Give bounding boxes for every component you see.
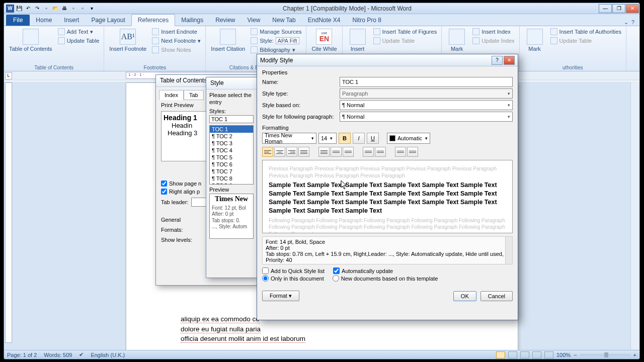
line-spacing-2-button[interactable] xyxy=(343,147,354,157)
align-center-button[interactable] xyxy=(274,147,285,157)
bold-button[interactable]: B xyxy=(339,133,351,144)
view-outline-icon[interactable] xyxy=(532,351,541,358)
list-item[interactable]: ¶ TOC 4 xyxy=(210,147,253,154)
new-documents-radio[interactable]: New documents based on this template xyxy=(333,275,438,282)
view-full-screen-icon[interactable] xyxy=(508,351,517,358)
tab-page-layout[interactable]: Page Layout xyxy=(85,15,131,26)
status-language[interactable]: English (U.K.) xyxy=(91,352,125,358)
list-item[interactable]: ¶ TOC 8 xyxy=(210,175,253,182)
status-words[interactable]: Words: 509 xyxy=(44,352,72,358)
manage-sources-button[interactable]: Manage Sources xyxy=(249,28,303,36)
tab-new-tab[interactable]: New Tab xyxy=(266,15,301,26)
space-before-button[interactable] xyxy=(363,147,374,157)
update-table-button[interactable]: Update Table xyxy=(56,37,101,45)
list-item[interactable]: ¶ TOC 6 xyxy=(210,161,253,168)
qat-icon[interactable]: ▫ xyxy=(69,5,77,13)
minimize-button[interactable]: — xyxy=(599,4,612,13)
tab-home[interactable]: Home xyxy=(30,15,58,26)
tab-nitro[interactable]: Nitro Pro 8 xyxy=(347,15,387,26)
update-tof-button[interactable]: Update Table xyxy=(372,37,439,45)
status-spellcheck-icon[interactable]: ✔ xyxy=(79,351,84,358)
file-tab[interactable]: File xyxy=(6,15,30,26)
tab-review[interactable]: Review xyxy=(209,15,241,26)
show-notes-button[interactable]: Show Notes xyxy=(150,46,202,54)
help-icon[interactable]: ? xyxy=(631,19,634,26)
increase-indent-button[interactable] xyxy=(407,147,418,157)
auto-update-checkbox[interactable]: Automatically update xyxy=(333,267,393,274)
add-text-button[interactable]: Add Text ▾ xyxy=(56,28,101,36)
list-item[interactable]: ¶ TOC 2 xyxy=(210,133,253,140)
tab-references[interactable]: References xyxy=(131,14,175,26)
tab-table[interactable]: Tab xyxy=(184,90,204,100)
tab-index[interactable]: Index xyxy=(159,90,184,100)
update-index-button[interactable]: Update Index xyxy=(471,37,516,45)
bibliography-button[interactable]: Bibliography ▾ xyxy=(249,46,303,54)
list-item[interactable]: TOC 1 xyxy=(210,126,253,133)
zoom-in-button[interactable]: + xyxy=(633,352,636,358)
insert-index-button[interactable]: Insert Index xyxy=(471,28,516,36)
maximize-button[interactable]: ❐ xyxy=(612,4,625,13)
decrease-indent-button[interactable] xyxy=(395,147,406,157)
list-item[interactable]: ¶ TOC 9 xyxy=(210,182,253,185)
insert-endnote-button[interactable]: Insert Endnote xyxy=(150,28,202,36)
insert-tof-button[interactable]: Insert Table of Figures xyxy=(372,28,439,36)
font-color-combo[interactable]: Automatic xyxy=(387,133,430,144)
font-size-combo[interactable]: 14 xyxy=(318,133,337,144)
styles-list[interactable]: TOC 1 ¶ TOC 2 ¶ TOC 3 ¶ TOC 4 ¶ TOC 5 ¶ … xyxy=(209,125,254,185)
tab-mailings[interactable]: Mailings xyxy=(175,15,209,26)
save-icon[interactable]: 💾 xyxy=(15,5,23,13)
zoom-level[interactable]: 100% xyxy=(556,352,571,358)
list-item[interactable]: ¶ TOC 7 xyxy=(210,168,253,175)
only-document-radio[interactable]: Only in this document xyxy=(262,275,324,282)
list-item[interactable]: ¶ TOC 3 xyxy=(210,140,253,147)
italic-button[interactable]: I xyxy=(353,133,365,144)
line-spacing-15-button[interactable] xyxy=(331,147,342,157)
font-family-combo[interactable]: Times New Roman xyxy=(262,133,316,144)
type-combo[interactable]: Paragraph xyxy=(340,88,513,99)
insert-footnote-button[interactable]: AB¹Insert Footnote xyxy=(107,28,148,63)
list-item[interactable]: ¶ TOC 5 xyxy=(210,154,253,161)
mark-citation-button[interactable]: Mark xyxy=(523,28,547,63)
qat-icon[interactable]: ▫ xyxy=(78,5,87,13)
new-icon[interactable]: ▫ xyxy=(42,5,50,13)
space-after-button[interactable] xyxy=(375,147,386,157)
name-input[interactable]: TOC 1 xyxy=(340,77,513,87)
qat-dropdown-icon[interactable]: ▾ xyxy=(88,5,96,13)
add-quick-style-checkbox[interactable]: Add to Quick Style list xyxy=(262,267,325,274)
zoom-out-button[interactable]: − xyxy=(574,352,577,358)
following-combo[interactable]: ¶ Normal xyxy=(340,112,513,122)
view-print-layout-icon[interactable] xyxy=(496,351,505,358)
close-button[interactable]: ✕ xyxy=(504,56,515,65)
view-web-icon[interactable] xyxy=(520,351,529,358)
align-right-button[interactable] xyxy=(286,147,297,157)
citation-style-combo[interactable]: Style: APA Fift xyxy=(249,37,303,45)
line-spacing-1-button[interactable] xyxy=(318,147,330,157)
align-left-button[interactable] xyxy=(262,147,273,157)
view-draft-icon[interactable] xyxy=(544,351,553,358)
vertical-ruler[interactable] xyxy=(5,82,12,343)
align-justify-button[interactable] xyxy=(298,147,309,157)
styles-combo[interactable]: TOC 1 xyxy=(209,115,254,123)
based-on-combo[interactable]: ¶ Normal xyxy=(340,100,513,110)
redo-icon[interactable]: ↷ xyxy=(33,5,41,13)
tab-insert[interactable]: Insert xyxy=(58,15,85,26)
update-toa-button[interactable]: Update Table xyxy=(549,37,623,45)
cancel-button[interactable]: Cancel xyxy=(480,291,513,301)
tab-view[interactable]: View xyxy=(242,15,267,26)
close-button[interactable]: ✕ xyxy=(626,4,639,13)
format-button[interactable]: Format ▾ xyxy=(262,291,299,301)
table-of-contents-button[interactable]: Table of Contents xyxy=(7,28,54,63)
status-page[interactable]: Page: 1 of 2 xyxy=(7,352,37,358)
help-button[interactable]: ? xyxy=(492,56,503,65)
insert-citation-button[interactable]: Insert Citation xyxy=(209,28,247,63)
undo-icon[interactable]: ↶ xyxy=(24,5,32,13)
vertical-scrollbar[interactable] xyxy=(630,82,639,349)
desc-scrollbar[interactable] xyxy=(505,237,512,264)
underline-button[interactable]: U xyxy=(367,133,379,144)
open-icon[interactable]: 📂 xyxy=(51,5,59,13)
ruler-corner[interactable]: L xyxy=(5,72,12,79)
zoom-slider[interactable] xyxy=(580,354,630,356)
minimize-ribbon-icon[interactable]: ⌄ xyxy=(624,19,628,26)
print-icon[interactable]: 🖶 xyxy=(60,5,68,13)
ok-button[interactable]: OK xyxy=(453,291,476,301)
